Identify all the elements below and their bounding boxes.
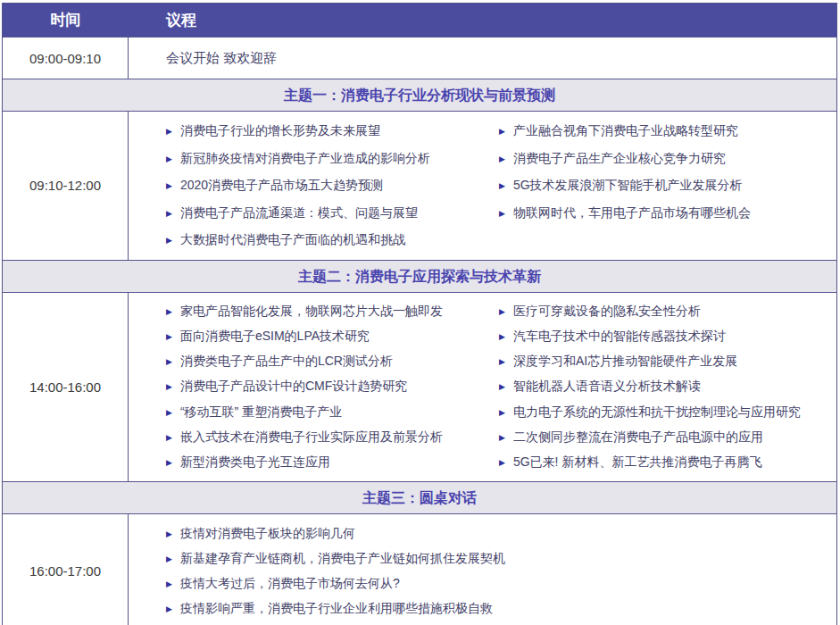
agenda-item: ▶二次侧同步整流在消费电子产品电源中的应用: [499, 425, 831, 450]
agenda-item: ▶2020消费电子产品市场五大趋势预测: [166, 172, 499, 200]
agenda-item: ▶消费电子产品流通渠道：模式、问题与展望: [166, 200, 499, 228]
triangle-right-icon: ▶: [166, 201, 172, 227]
agenda-item: ▶面向消费电子eSIM的LPA技术研究: [166, 324, 499, 349]
triangle-right-icon: ▶: [166, 375, 172, 398]
agenda-item: ▶新基建孕育产业链商机，消费电子产业链如何抓住发展契机: [166, 546, 836, 571]
column-header-agenda: 议程: [129, 10, 196, 30]
agenda-cell-session3: ▶疫情对消费电子板块的影响几何▶新基建孕育产业链商机，消费电子产业链如何抓住发展…: [129, 514, 836, 625]
agenda-item: ▶物联网时代，车用电子产品市场有哪些机会: [499, 200, 831, 228]
agenda-item: ▶“移动互联” 重塑消费电子产业: [166, 400, 499, 425]
agenda-item-text: 消费电子行业的增长形势及未来展望: [180, 123, 380, 138]
agenda-item: ▶深度学习和AI芯片推动智能硬件产业发展: [499, 349, 831, 374]
agenda-item: ▶智能机器人语音语义分析技术解读: [499, 374, 831, 399]
agenda-item: ▶嵌入式技术在消费电子行业实际应用及前景分析: [166, 425, 499, 450]
column-header-time: 时间: [3, 10, 129, 30]
agenda-list-session2-left: ▶家电产品智能化发展，物联网芯片大战一触即发▶面向消费电子eSIM的LPA技术研…: [129, 299, 499, 476]
table-row-opening: 09:00-09:10 会议开始 致欢迎辞: [3, 37, 836, 79]
agenda-item: ▶大数据时代消费电子产面临的机遇和挑战: [166, 227, 499, 254]
agenda-item-text: 电力电子系统的无源性和抗干扰控制理论与应用研究: [513, 404, 801, 419]
triangle-right-icon: ▶: [499, 350, 505, 373]
triangle-right-icon: ▶: [166, 547, 172, 571]
agenda-item: ▶疫情大考过后，消费电子市场何去何从?: [166, 571, 836, 596]
table-row-session3: 16:00-17:00 ▶疫情对消费电子板块的影响几何▶新基建孕育产业链商机，消…: [3, 513, 836, 625]
agenda-item-text: 新冠肺炎疫情对消费电子产业造成的影响分析: [180, 151, 430, 165]
time-cell-session2: 14:00-16:00: [3, 293, 129, 481]
agenda-list-session1-left: ▶消费电子行业的增长形势及未来展望▶新冠肺炎疫情对消费电子产业造成的影响分析▶2…: [129, 118, 499, 254]
triangle-right-icon: ▶: [166, 146, 172, 172]
section-header-topic1: 主题一：消费电子行业分析现状与前景预测: [3, 79, 836, 111]
agenda-item: ▶疫情对消费电子板块的影响几何: [166, 521, 836, 546]
triangle-right-icon: ▶: [499, 119, 505, 145]
triangle-right-icon: ▶: [499, 201, 505, 227]
time-cell-session3: 16:00-17:00: [3, 514, 129, 625]
agenda-item: ▶消费类电子产品生产中的LCR测试分析: [166, 349, 499, 374]
agenda-item-text: 消费电子产品流通渠道：模式、问题与展望: [180, 205, 418, 220]
triangle-right-icon: ▶: [166, 350, 172, 373]
agenda-item-text: 产业融合视角下消费电子业战略转型研究: [513, 123, 738, 138]
triangle-right-icon: ▶: [499, 451, 505, 474]
table-row-session2: 14:00-16:00 ▶家电产品智能化发展，物联网芯片大战一触即发▶面向消费电…: [3, 292, 836, 481]
agenda-list-session2-right: ▶医疗可穿戴设备的隐私安全性分析▶汽车电子技术中的智能传感器技术探讨▶深度学习和…: [499, 299, 836, 476]
agenda-item-text: 消费电子产品生产企业核心竞争力研究: [513, 151, 726, 165]
agenda-item: ▶汽车电子技术中的智能传感器技术探讨: [499, 324, 831, 349]
conference-agenda-page: 时间 议程 09:00-09:10 会议开始 致欢迎辞 主题一：消费电子行业分析…: [0, 3, 840, 625]
triangle-right-icon: ▶: [166, 572, 172, 596]
agenda-item: ▶电力电子系统的无源性和抗干扰控制理论与应用研究: [499, 400, 831, 425]
agenda-item-text: 5G技术发展浪潮下智能手机产业发展分析: [513, 178, 743, 192]
agenda-cell-session2: ▶家电产品智能化发展，物联网芯片大战一触即发▶面向消费电子eSIM的LPA技术研…: [129, 293, 836, 481]
agenda-item: ▶疫情影响严重，消费电子行业企业利用哪些措施积极自救: [166, 596, 836, 621]
agenda-item-text: 2020消费电子产品市场五大趋势预测: [180, 178, 383, 192]
time-cell-opening: 09:00-09:10: [3, 38, 129, 79]
triangle-right-icon: ▶: [499, 146, 505, 172]
agenda-item-text: 面向消费电子eSIM的LPA技术研究: [180, 329, 370, 343]
agenda-item-text: 消费类电子产品生产中的LCR测试分析: [180, 354, 393, 368]
triangle-right-icon: ▶: [166, 228, 172, 254]
triangle-right-icon: ▶: [499, 325, 505, 348]
table-row-session1: 09:10-12:00 ▶消费电子行业的增长形势及未来展望▶新冠肺炎疫情对消费电…: [3, 111, 836, 260]
triangle-right-icon: ▶: [166, 173, 172, 199]
agenda-list-session3: ▶疫情对消费电子板块的影响几何▶新基建孕育产业链商机，消费电子产业链如何抓住发展…: [129, 514, 836, 625]
agenda-cell-opening: 会议开始 致欢迎辞: [129, 38, 836, 79]
section-header-topic2: 主题二：消费电子应用探索与技术革新: [3, 260, 836, 292]
triangle-right-icon: ▶: [499, 300, 505, 323]
table-header-row: 时间 议程: [3, 4, 836, 37]
agenda-item: ▶5G已来! 新材料、新工艺共推消费电子再腾飞: [499, 450, 831, 475]
agenda-item-text: 医疗可穿戴设备的隐私安全性分析: [513, 304, 701, 318]
agenda-item-text: 家电产品智能化发展，物联网芯片大战一触即发: [180, 304, 443, 318]
agenda-item-text: 二次侧同步整流在消费电子产品电源中的应用: [513, 429, 763, 444]
triangle-right-icon: ▶: [166, 401, 172, 424]
agenda-item: ▶消费电子产品生产企业核心竞争力研究: [499, 146, 831, 173]
agenda-item-text: 消费电子产品设计中的CMF设计趋势研究: [180, 379, 407, 393]
agenda-item-text: 疫情对消费电子板块的影响几何: [180, 526, 355, 540]
triangle-right-icon: ▶: [166, 522, 172, 546]
agenda-item-text: 新基建孕育产业链商机，消费电子产业链如何抓住发展契机: [180, 551, 505, 565]
triangle-right-icon: ▶: [499, 173, 505, 199]
agenda-item-text: 嵌入式技术在消费电子行业实际应用及前景分析: [180, 429, 443, 444]
agenda-item: ▶家电产品智能化发展，物联网芯片大战一触即发: [166, 299, 499, 324]
triangle-right-icon: ▶: [166, 325, 172, 348]
triangle-right-icon: ▶: [499, 375, 505, 398]
triangle-right-icon: ▶: [166, 451, 172, 474]
agenda-item-text: 物联网时代，车用电子产品市场有哪些机会: [513, 205, 751, 220]
agenda-item: ▶新型消费类电子光互连应用: [166, 450, 499, 475]
agenda-cell-session1: ▶消费电子行业的增长形势及未来展望▶新冠肺炎疫情对消费电子产业造成的影响分析▶2…: [129, 112, 836, 260]
triangle-right-icon: ▶: [499, 401, 505, 424]
agenda-table: 时间 议程 09:00-09:10 会议开始 致欢迎辞 主题一：消费电子行业分析…: [2, 3, 837, 625]
triangle-right-icon: ▶: [499, 426, 505, 449]
triangle-right-icon: ▶: [166, 426, 172, 449]
agenda-item-text: 疫情影响严重，消费电子行业企业利用哪些措施积极自救: [180, 601, 493, 615]
triangle-right-icon: ▶: [166, 597, 172, 621]
agenda-item-text: 疫情大考过后，消费电子市场何去何从?: [180, 576, 400, 590]
section-header-topic3: 主题三：圆桌对话: [3, 481, 836, 513]
triangle-right-icon: ▶: [166, 300, 172, 323]
agenda-item: ▶消费电子行业的增长形势及未来展望: [166, 118, 499, 146]
agenda-item-text: 5G已来! 新材料、新工艺共推消费电子再腾飞: [513, 454, 761, 469]
agenda-item-text: “移动互联” 重塑消费电子产业: [180, 404, 342, 419]
agenda-item: ▶产业融合视角下消费电子业战略转型研究: [499, 118, 831, 146]
agenda-item: ▶消费电子产品设计中的CMF设计趋势研究: [166, 374, 499, 399]
agenda-item: ▶医疗可穿戴设备的隐私安全性分析: [499, 299, 831, 324]
agenda-item: ▶5G技术发展浪潮下智能手机产业发展分析: [499, 172, 831, 200]
agenda-list-session1-right: ▶产业融合视角下消费电子业战略转型研究▶消费电子产品生产企业核心竞争力研究▶5G…: [499, 118, 836, 254]
triangle-right-icon: ▶: [166, 119, 172, 145]
agenda-item-text: 深度学习和AI芯片推动智能硬件产业发展: [513, 354, 737, 368]
